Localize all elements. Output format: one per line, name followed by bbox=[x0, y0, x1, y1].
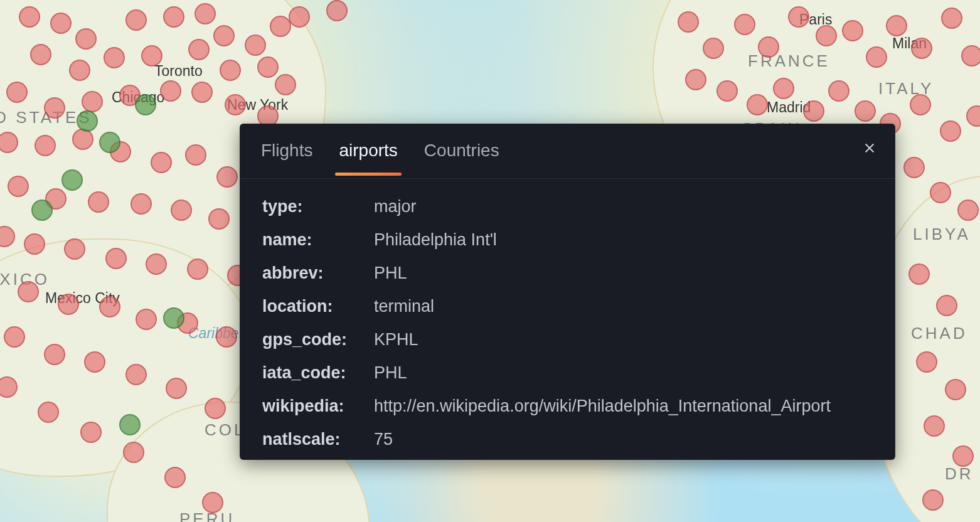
airport-marker[interactable] bbox=[125, 9, 147, 31]
close-button[interactable] bbox=[860, 140, 879, 159]
airport-marker[interactable] bbox=[8, 176, 29, 197]
airport-marker[interactable] bbox=[922, 489, 944, 511]
airport-marker[interactable] bbox=[270, 16, 291, 37]
airport-marker[interactable] bbox=[275, 74, 296, 95]
airport-marker[interactable] bbox=[961, 45, 980, 67]
airport-marker[interactable] bbox=[185, 144, 206, 166]
airport-marker[interactable] bbox=[80, 422, 102, 443]
airport-marker[interactable] bbox=[99, 296, 120, 317]
airport-marker[interactable] bbox=[88, 191, 109, 213]
airport-marker[interactable] bbox=[326, 0, 348, 21]
airport-marker[interactable] bbox=[216, 166, 238, 188]
airport-marker[interactable] bbox=[842, 20, 863, 41]
airport-marker[interactable] bbox=[30, 44, 51, 65]
airport-marker[interactable] bbox=[205, 398, 226, 419]
tab-countries[interactable]: Countries bbox=[424, 142, 499, 174]
airport-marker[interactable] bbox=[257, 56, 279, 78]
airport-marker[interactable] bbox=[202, 492, 223, 513]
airport-marker[interactable] bbox=[166, 378, 187, 399]
airport-marker[interactable] bbox=[105, 248, 127, 269]
airport-marker[interactable] bbox=[734, 14, 755, 35]
airport-marker[interactable] bbox=[24, 233, 45, 255]
airport-marker[interactable] bbox=[191, 82, 213, 103]
airport-marker[interactable] bbox=[678, 11, 699, 33]
airport-marker[interactable] bbox=[69, 60, 90, 81]
airport-marker[interactable] bbox=[208, 208, 230, 230]
airport-marker[interactable] bbox=[941, 8, 962, 29]
airport-marker[interactable] bbox=[38, 402, 59, 423]
airport-marker[interactable] bbox=[19, 6, 40, 28]
airport-marker[interactable] bbox=[75, 28, 97, 50]
airport-marker[interactable] bbox=[216, 326, 237, 348]
airport-marker-alt[interactable] bbox=[77, 110, 98, 132]
airport-marker[interactable] bbox=[788, 6, 809, 28]
airport-marker-alt[interactable] bbox=[31, 200, 53, 221]
airport-marker[interactable] bbox=[945, 379, 966, 400]
airport-marker[interactable] bbox=[773, 78, 794, 99]
airport-marker[interactable] bbox=[911, 38, 932, 59]
airport-marker[interactable] bbox=[685, 69, 706, 90]
airport-marker[interactable] bbox=[171, 200, 192, 221]
airport-marker[interactable] bbox=[916, 351, 937, 373]
airport-marker[interactable] bbox=[104, 47, 125, 68]
airport-marker[interactable] bbox=[220, 60, 241, 81]
airport-marker[interactable] bbox=[58, 294, 79, 315]
airport-marker-alt[interactable] bbox=[99, 132, 120, 153]
airport-marker[interactable] bbox=[18, 281, 39, 302]
airport-marker[interactable] bbox=[130, 193, 152, 215]
airport-marker[interactable] bbox=[151, 152, 172, 173]
airport-marker[interactable] bbox=[957, 200, 979, 221]
airport-marker[interactable] bbox=[758, 36, 779, 58]
airport-marker[interactable] bbox=[6, 82, 28, 103]
airport-marker-alt[interactable] bbox=[61, 169, 83, 191]
airport-marker[interactable] bbox=[952, 445, 974, 467]
airport-marker[interactable] bbox=[4, 326, 25, 348]
airport-marker[interactable] bbox=[910, 94, 931, 115]
airport-marker[interactable] bbox=[146, 253, 167, 275]
airport-marker[interactable] bbox=[123, 442, 144, 463]
airport-marker[interactable] bbox=[84, 351, 105, 373]
airport-marker[interactable] bbox=[703, 38, 724, 59]
airport-marker[interactable] bbox=[289, 6, 310, 28]
airport-marker[interactable] bbox=[164, 467, 186, 488]
airport-marker[interactable] bbox=[188, 39, 210, 60]
tab-airports[interactable]: airports bbox=[339, 142, 397, 174]
airport-marker[interactable] bbox=[225, 94, 246, 115]
airport-marker-alt[interactable] bbox=[135, 94, 156, 115]
tab-flights[interactable]: Flights bbox=[261, 142, 312, 174]
airport-marker[interactable] bbox=[72, 129, 93, 150]
airport-marker[interactable] bbox=[855, 100, 876, 122]
airport-marker[interactable] bbox=[803, 100, 824, 122]
airport-marker[interactable] bbox=[136, 309, 157, 330]
airport-marker[interactable] bbox=[245, 35, 266, 56]
airport-marker-alt[interactable] bbox=[119, 414, 141, 435]
airport-marker[interactable] bbox=[886, 15, 907, 36]
airport-marker[interactable] bbox=[716, 80, 738, 102]
airport-marker[interactable] bbox=[908, 264, 930, 285]
airport-marker[interactable] bbox=[930, 182, 951, 203]
airport-marker[interactable] bbox=[866, 46, 887, 68]
airport-marker[interactable] bbox=[828, 80, 850, 102]
airport-marker[interactable] bbox=[125, 364, 147, 385]
airport-marker[interactable] bbox=[816, 25, 837, 46]
airport-marker[interactable] bbox=[940, 120, 961, 142]
airport-marker[interactable] bbox=[50, 13, 72, 34]
airport-marker[interactable] bbox=[44, 97, 65, 119]
airport-marker[interactable] bbox=[163, 6, 184, 28]
airport-marker[interactable] bbox=[194, 3, 216, 24]
airport-marker[interactable] bbox=[160, 80, 181, 102]
airport-marker[interactable] bbox=[187, 258, 208, 280]
airport-marker[interactable] bbox=[44, 344, 65, 365]
detail-value: PHL bbox=[374, 264, 873, 283]
airport-marker[interactable] bbox=[82, 91, 103, 112]
airport-marker[interactable] bbox=[35, 135, 56, 156]
airport-marker[interactable] bbox=[903, 157, 925, 178]
airport-marker[interactable] bbox=[747, 94, 768, 115]
airport-marker[interactable] bbox=[141, 45, 162, 67]
airport-marker[interactable] bbox=[924, 415, 945, 437]
airport-marker-alt[interactable] bbox=[163, 307, 184, 329]
airport-marker[interactable] bbox=[213, 25, 235, 46]
airport-marker[interactable] bbox=[64, 238, 85, 260]
detail-row: name:Philadelphia Int'l bbox=[262, 223, 873, 257]
airport-marker[interactable] bbox=[936, 295, 957, 316]
